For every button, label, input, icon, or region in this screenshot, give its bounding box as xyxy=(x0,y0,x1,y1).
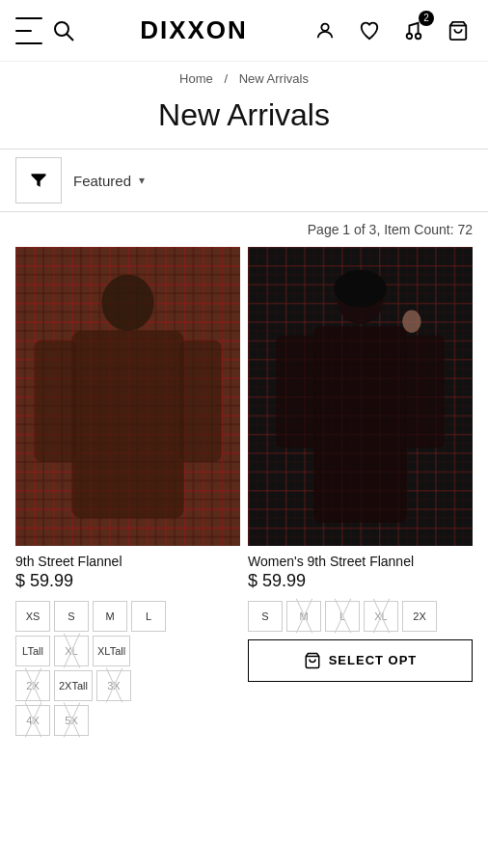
size-l[interactable]: L xyxy=(325,601,360,632)
hamburger-icon[interactable] xyxy=(15,17,42,44)
svg-rect-27 xyxy=(313,326,407,523)
size-options-tall: LTall XL XLTall xyxy=(15,636,240,666)
svg-rect-16 xyxy=(34,340,76,462)
svg-point-4 xyxy=(416,33,421,39)
pagination-info: Page 1 of 3, Item Count: 72 xyxy=(0,212,488,247)
logo[interactable]: DIXXON xyxy=(140,15,248,45)
svg-point-2 xyxy=(321,23,328,30)
size-m[interactable]: M xyxy=(93,601,127,632)
size-s[interactable]: S xyxy=(54,601,89,632)
filter-button[interactable] xyxy=(15,157,62,203)
size-m[interactable]: M xyxy=(286,601,321,632)
product-price: $ 59.99 xyxy=(248,571,473,601)
size-2x[interactable]: 2X xyxy=(15,670,50,701)
svg-point-3 xyxy=(407,33,413,39)
size-xl[interactable]: XL xyxy=(364,601,398,632)
svg-point-26 xyxy=(334,270,386,308)
size-options: S M L XL 2X xyxy=(248,601,473,632)
product-card: Women's 9th Street Flannel $ 59.99 S M L… xyxy=(244,247,476,755)
header-right: 2 xyxy=(311,16,473,45)
size-xltall[interactable]: XLTall xyxy=(93,636,130,666)
sort-label: Featured xyxy=(73,173,131,189)
cart-icon[interactable] xyxy=(444,16,473,45)
svg-rect-15 xyxy=(71,331,184,518)
breadcrumb: Home / New Arrivals xyxy=(0,62,488,90)
size-xs[interactable]: XS xyxy=(15,601,50,632)
svg-rect-29 xyxy=(405,336,445,448)
size-3x[interactable]: 3X xyxy=(96,670,131,701)
svg-point-0 xyxy=(55,22,68,36)
size-options-2x: 2X 2XTall 3X xyxy=(15,670,240,701)
size-s[interactable]: S xyxy=(248,601,283,632)
size-options: XS S M L xyxy=(15,601,240,632)
size-xl[interactable]: XL xyxy=(54,636,89,666)
svg-rect-17 xyxy=(179,340,222,462)
size-options-4x: 4X 5X xyxy=(15,705,240,736)
product-image[interactable] xyxy=(15,247,240,546)
product-image[interactable] xyxy=(248,247,473,546)
svg-line-1 xyxy=(67,34,73,41)
svg-point-30 xyxy=(402,311,420,333)
breadcrumb-home[interactable]: Home xyxy=(179,71,213,86)
breadcrumb-current: New Arrivals xyxy=(239,71,309,86)
svg-rect-28 xyxy=(276,336,315,448)
product-name: Women's 9th Street Flannel xyxy=(248,546,473,571)
page-title: New Arrivals xyxy=(0,90,488,149)
bag-icon xyxy=(304,652,321,669)
product-card: 9th Street Flannel $ 59.99 XS S M L LTal… xyxy=(12,247,244,755)
pagination-text: Page 1 of 3, Item Count: 72 xyxy=(308,222,473,237)
wishlist-icon[interactable] xyxy=(355,16,384,45)
compare-icon[interactable]: 2 xyxy=(399,16,428,45)
size-5x[interactable]: 5X xyxy=(54,705,89,736)
header-left xyxy=(15,17,77,44)
svg-point-14 xyxy=(101,275,153,331)
size-2x[interactable]: 2X xyxy=(402,601,437,632)
size-ltall[interactable]: LTall xyxy=(15,636,50,666)
search-icon[interactable] xyxy=(50,17,77,44)
compare-badge: 2 xyxy=(419,11,434,26)
filter-bar: Featured ▾ xyxy=(0,149,488,212)
account-icon[interactable] xyxy=(311,16,339,45)
product-name: 9th Street Flannel xyxy=(15,546,240,571)
sort-select[interactable]: Featured ▾ xyxy=(73,173,473,189)
select-options-button[interactable]: SELECT OPT xyxy=(248,639,473,682)
product-grid: 9th Street Flannel $ 59.99 XS S M L LTal… xyxy=(0,247,488,755)
size-4x[interactable]: 4X xyxy=(15,705,50,736)
product-price: $ 59.99 xyxy=(15,571,240,601)
select-btn-label: SELECT OPT xyxy=(329,653,418,667)
size-2xtall[interactable]: 2XTall xyxy=(54,670,93,701)
chevron-down-icon: ▾ xyxy=(139,174,145,187)
header: DIXXON 2 xyxy=(0,0,488,62)
breadcrumb-separator: / xyxy=(224,71,228,86)
size-l[interactable]: L xyxy=(131,601,166,632)
